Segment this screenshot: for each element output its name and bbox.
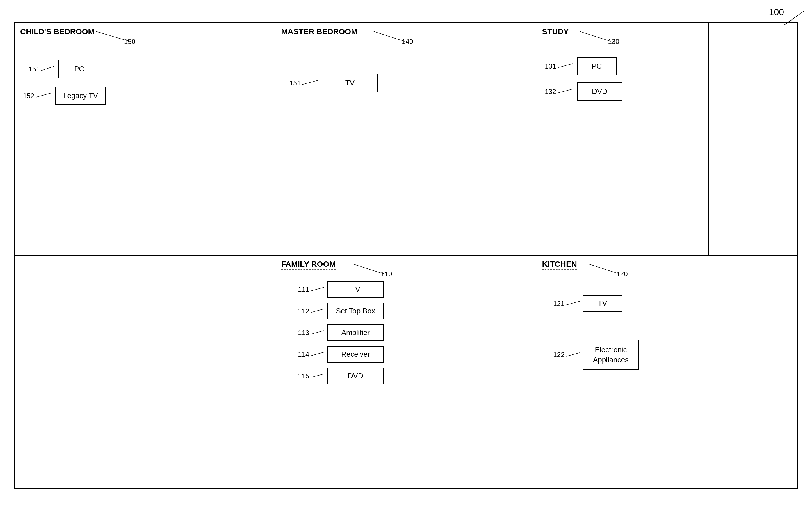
- amplifier-box: Amplifier: [327, 324, 383, 341]
- diagram-wrapper: 100 CHILD'S BEDROOM 150 151: [0, 0, 812, 511]
- pc-box: PC: [58, 60, 100, 78]
- amplifier-ref: 113: [298, 329, 309, 337]
- svg-line-7: [558, 63, 573, 68]
- family-room-title: FAMILY ROOM: [281, 260, 336, 270]
- svg-line-2: [41, 66, 54, 71]
- set-top-box-box: Set Top Box: [327, 303, 383, 319]
- family-dvd-box: DVD: [327, 368, 383, 384]
- master-tv-box: TV: [322, 74, 378, 92]
- legacy-tv-arrow-line: [36, 91, 55, 100]
- room-master-bedroom: MASTER BEDROOM 140 151 TV: [276, 23, 536, 255]
- amplifier-line: [311, 329, 327, 336]
- svg-line-16: [566, 301, 580, 305]
- study-pc-ref-num: 131: [545, 62, 556, 70]
- svg-line-14: [311, 374, 324, 377]
- set-top-box-row: 112 Set Top Box: [298, 303, 530, 319]
- svg-line-3: [36, 93, 51, 97]
- set-top-box-ref: 112: [298, 307, 309, 315]
- study-header: STUDY: [542, 27, 702, 37]
- svg-line-4: [374, 31, 405, 41]
- kitchen-ref: 120: [616, 270, 628, 278]
- receiver-box: Receiver: [327, 346, 383, 362]
- svg-line-9: [353, 264, 383, 274]
- study-ref: 130: [608, 38, 619, 46]
- kitchen-tv-ref: 121: [553, 300, 564, 307]
- svg-line-5: [302, 80, 318, 85]
- study-pc-arrow-line: [558, 62, 577, 71]
- top-right-empty: [709, 23, 798, 255]
- study-dvd-arrow-line: [558, 87, 577, 96]
- family-room-header: FAMILY ROOM: [281, 260, 530, 270]
- svg-line-6: [580, 31, 611, 41]
- bottom-left-empty: [14, 255, 276, 488]
- family-dvd-line: [311, 372, 327, 379]
- top-row: CHILD'S BEDROOM 150 151 PC 152: [14, 23, 798, 255]
- family-dvd-row: 115 DVD: [298, 368, 530, 384]
- kitchen-tv-line: [566, 300, 583, 307]
- master-bedroom-ref: 140: [402, 38, 413, 46]
- receiver-ref: 114: [298, 350, 309, 358]
- master-tv-ref-num: 151: [289, 79, 301, 87]
- master-tv-device-row: 151 TV: [289, 74, 530, 92]
- receiver-line: [311, 351, 327, 358]
- legacy-tv-ref-num: 152: [23, 92, 34, 100]
- bottom-row: FAMILY ROOM 110 111 TV 112: [14, 255, 798, 488]
- svg-line-11: [311, 309, 324, 313]
- study-pc-device-row: 131 PC: [545, 57, 702, 75]
- receiver-row: 114 Receiver: [298, 346, 530, 362]
- childs-bedroom-header: CHILD'S BEDROOM: [20, 27, 269, 37]
- diagram-border: CHILD'S BEDROOM 150 151 PC 152: [14, 23, 798, 488]
- kitchen-title: KITCHEN: [542, 260, 577, 270]
- family-tv-row: 111 TV: [298, 281, 530, 298]
- electronic-appliances-line: [566, 351, 583, 358]
- kitchen-tv-box: TV: [583, 295, 622, 312]
- family-room-ref: 110: [381, 270, 392, 278]
- room-study: STUDY 130 131 PC 132: [536, 23, 708, 255]
- amplifier-row: 113 Amplifier: [298, 324, 530, 341]
- set-top-box-line: [311, 307, 327, 315]
- family-tv-ref: 111: [298, 286, 309, 293]
- master-tv-arrow-line: [302, 79, 322, 87]
- study-dvd-device-row: 132 DVD: [545, 82, 702, 101]
- electronic-appliances-box: ElectronicAppliances: [583, 340, 639, 370]
- pc-device-row: 151 PC: [29, 60, 269, 78]
- svg-line-13: [311, 352, 324, 356]
- family-dvd-ref: 115: [298, 372, 309, 380]
- room-childs-bedroom: CHILD'S BEDROOM 150 151 PC 152: [14, 23, 276, 255]
- childs-bedroom-ref-svg: [93, 29, 144, 46]
- electronic-appliances-row: 122 ElectronicAppliances: [553, 340, 792, 370]
- master-bedroom-title: MASTER BEDROOM: [281, 27, 357, 37]
- study-title: STUDY: [542, 27, 569, 37]
- legacy-tv-box: Legacy TV: [55, 86, 106, 105]
- electronic-appliances-ref: 122: [553, 351, 564, 359]
- room-family-room: FAMILY ROOM 110 111 TV 112: [276, 255, 536, 488]
- kitchen-header: KITCHEN: [542, 260, 792, 270]
- childs-bedroom-title: CHILD'S BEDROOM: [20, 27, 95, 37]
- pc-ref-num: 151: [29, 65, 40, 73]
- svg-line-15: [588, 264, 619, 274]
- kitchen-tv-row: 121 TV: [553, 295, 792, 312]
- svg-line-12: [311, 330, 324, 334]
- legacy-tv-device-row: 152 Legacy TV: [23, 86, 269, 105]
- svg-line-17: [566, 353, 580, 356]
- svg-line-8: [558, 89, 573, 93]
- family-tv-box: TV: [327, 281, 383, 298]
- svg-line-10: [311, 287, 324, 291]
- pc-arrow-line: [41, 65, 58, 73]
- family-tv-line: [311, 286, 327, 293]
- childs-bedroom-ref: 150: [124, 38, 135, 46]
- study-dvd-box: DVD: [577, 82, 622, 101]
- room-kitchen: KITCHEN 120 121 TV 122: [536, 255, 798, 488]
- study-dvd-ref-num: 132: [545, 88, 556, 96]
- study-pc-box: PC: [577, 57, 616, 75]
